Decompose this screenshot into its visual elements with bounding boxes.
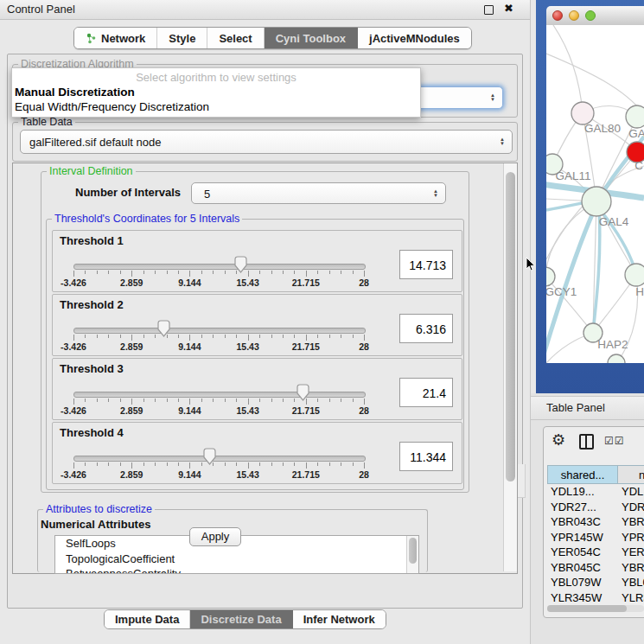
slider-tick xyxy=(155,462,156,466)
horizontal-scrollbar[interactable] xyxy=(547,605,644,612)
slider-tick xyxy=(317,271,318,274)
tab-jactivemnodules[interactable]: jActiveMNodules xyxy=(358,28,471,48)
slider-tick xyxy=(271,271,272,274)
slider-track[interactable] xyxy=(73,264,366,270)
table-data-combobox[interactable]: galFiltered.sif default node ▲▼ xyxy=(20,130,513,154)
node-label: GAL4 xyxy=(599,215,629,228)
num-intervals-spinner[interactable]: 5 ▲▼ xyxy=(191,182,446,204)
slider-tick xyxy=(85,271,86,274)
tab-discretize-data[interactable]: Discretize Data xyxy=(190,610,292,628)
tab-cyni-toolbox[interactable]: Cyni Toolbox xyxy=(265,28,358,48)
combo-arrows-icon: ▲▼ xyxy=(500,137,505,146)
slider-tick xyxy=(306,271,307,277)
slider-tick xyxy=(248,462,249,469)
network-icon xyxy=(86,33,97,44)
node-label: H xyxy=(635,285,644,298)
threshold-panel-1: Threshold 1-3.4262.8599.14415.4321.71528… xyxy=(52,230,462,292)
table-row[interactable]: YER054CYER0 xyxy=(547,545,644,560)
table-row[interactable]: YBR043CYBR0 xyxy=(547,514,644,530)
vertical-scrollbar[interactable] xyxy=(503,163,517,571)
network-graph: GAL80GACGAL11GAL4GCY1HHAP2 xyxy=(546,25,644,363)
dropdown-option-manual[interactable]: Manual Discretization xyxy=(15,86,135,99)
slider-tick xyxy=(189,399,190,405)
slider-tick xyxy=(341,335,341,338)
gear-icon[interactable]: ⚙ xyxy=(552,430,565,450)
table-row[interactable]: YDL19...YDL1 xyxy=(547,484,644,500)
zoom-traffic-icon[interactable] xyxy=(585,10,596,21)
top-tab-bar: Network Style Select Cyni Toolbox jActiv… xyxy=(73,27,472,49)
scrollbar-thumb[interactable] xyxy=(547,605,627,612)
table-row[interactable]: YPR145WYPR1 xyxy=(547,530,644,545)
slider-tick-label: 15.43 xyxy=(222,469,274,480)
tab-style[interactable]: Style xyxy=(157,28,207,48)
network-node[interactable] xyxy=(582,187,611,216)
network-node[interactable] xyxy=(608,354,625,363)
network-node[interactable] xyxy=(546,267,555,286)
slider-tick xyxy=(189,271,190,277)
slider-tick-label: 21.715 xyxy=(280,405,332,416)
close-icon[interactable]: ✖ xyxy=(504,2,513,15)
slider-thumb[interactable] xyxy=(203,448,216,465)
slider-tick xyxy=(108,271,109,274)
table-row[interactable]: YBR045CYBR0 xyxy=(547,560,644,576)
scrollbar-thumb[interactable] xyxy=(409,538,417,564)
threshold-value-field[interactable]: 14.713 xyxy=(399,250,453,279)
tab-infer-network[interactable]: Infer Network xyxy=(293,610,386,628)
close-traffic-icon[interactable] xyxy=(552,10,563,21)
threshold-value-field[interactable]: 6.316 xyxy=(399,314,453,343)
table-row[interactable]: YBL079WYBL0 xyxy=(547,575,644,590)
slider-thumb[interactable] xyxy=(234,256,247,273)
threshold-value-field[interactable]: 11.344 xyxy=(399,442,453,471)
network-node[interactable] xyxy=(626,105,644,128)
table-panel: Table Panel ⚙ ☑☑ shared... n YDL19...YDL… xyxy=(531,393,644,644)
slider-tick-label: 9.144 xyxy=(163,469,215,480)
node-label: GAL80 xyxy=(584,122,621,135)
network-node[interactable] xyxy=(625,264,644,286)
slider-tick xyxy=(271,462,272,466)
table-row[interactable]: YLR345WYLR3 xyxy=(547,590,644,604)
algorithm-dropdown-popup: Select algorithm to view settings Manual… xyxy=(11,67,421,118)
slider-tick xyxy=(108,462,109,466)
group-title: Interval Definition xyxy=(47,165,136,177)
slider-tick xyxy=(236,399,237,402)
column-header-name[interactable]: n xyxy=(618,465,644,484)
column-header-shared-name[interactable]: shared... xyxy=(547,465,618,484)
threshold-label: Threshold 4 xyxy=(60,426,124,439)
slider-tick xyxy=(73,271,74,277)
slider-track[interactable] xyxy=(73,456,366,462)
tab-network[interactable]: Network xyxy=(74,28,157,48)
list-scrollbar[interactable] xyxy=(406,536,418,573)
tab-impute-data[interactable]: Impute Data xyxy=(105,610,190,628)
network-canvas[interactable]: GAL80GACGAL11GAL4GCY1HHAP2 xyxy=(546,25,644,363)
slider-track[interactable] xyxy=(73,392,366,398)
slider-tick xyxy=(131,399,132,405)
cell-shared-name: YDL19... xyxy=(551,484,595,500)
minimize-traffic-icon[interactable] xyxy=(569,10,579,21)
tab-select[interactable]: Select xyxy=(207,28,264,48)
slider-tick xyxy=(225,271,226,274)
apply-button[interactable]: Apply xyxy=(189,527,241,546)
slider-tick xyxy=(201,399,202,402)
table-row[interactable]: YDR27...YDR2 xyxy=(547,500,644,515)
slider-tick xyxy=(294,335,295,338)
node-label: GA xyxy=(628,127,644,140)
slider-tick-label: 2.859 xyxy=(105,341,157,352)
slider-tick xyxy=(201,462,202,466)
attribute-list-item[interactable]: BetweennessCentrality xyxy=(55,566,418,574)
slider-tick-label: 2.859 xyxy=(105,469,157,480)
threshold-value-field[interactable]: 21.4 xyxy=(399,378,453,407)
combo-arrows-icon: ▲▼ xyxy=(490,93,495,102)
slider-thumb[interactable] xyxy=(296,384,309,401)
select-checkboxes-icon[interactable]: ☑☑ xyxy=(604,435,625,447)
num-intervals-label: Number of Intervals xyxy=(75,186,181,199)
scrollbar-thumb[interactable] xyxy=(506,172,515,481)
slider-thumb[interactable] xyxy=(157,320,170,337)
attribute-list-item[interactable]: TopologicalCoefficient xyxy=(55,552,418,567)
slider-tick xyxy=(167,462,168,466)
float-window-icon[interactable] xyxy=(484,5,494,15)
slider-tick xyxy=(248,335,249,341)
slider-tick xyxy=(73,462,74,469)
split-columns-icon[interactable] xyxy=(579,434,594,450)
slider-track[interactable] xyxy=(73,328,366,334)
dropdown-option-equal-width[interactable]: Equal Width/Frequency Discretization xyxy=(15,100,209,113)
